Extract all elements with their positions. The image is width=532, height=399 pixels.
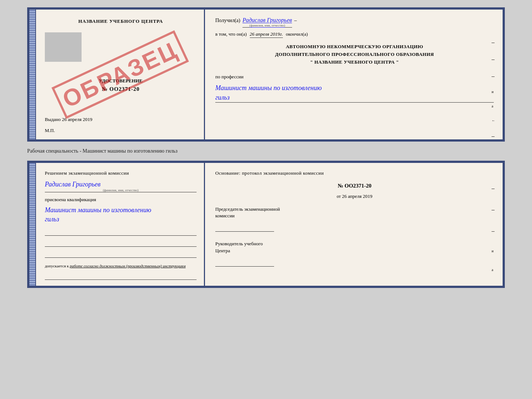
- date-suffix: окончил(а): [286, 31, 308, 37]
- dash6: ←: [492, 118, 495, 122]
- profession-value: Машинист машины по изготовлению гильз: [215, 83, 494, 102]
- top-document: НАЗВАНИЕ УЧЕБНОГО ЦЕНТРА УДОСТОВЕРЕНИЕ №…: [27, 7, 505, 142]
- dash4: и: [492, 90, 495, 94]
- received-line: Получил(а) Радислав Григорьев (фамилия, …: [215, 17, 494, 28]
- chairman-sig-line: [215, 224, 274, 232]
- name-sublabel: (фамилия, имя, отчество): [45, 188, 197, 192]
- dash5: а: [492, 104, 495, 108]
- underline2: [45, 240, 197, 247]
- top-left-title: НАЗВАНИЕ УЧЕБНОГО ЦЕНТРА: [45, 18, 197, 24]
- underline4: [45, 273, 197, 280]
- qualification-value: Машинист машины по изготовлению гильз: [45, 206, 197, 224]
- bottom-doc-left: Решением экзаменационной комиссии Радисл…: [36, 163, 205, 286]
- cert-date-line: Выдано 26 апреля 2019: [45, 117, 197, 122]
- received-prefix: Получил(а): [215, 18, 240, 24]
- protocol-date: от 26 апреля 2019: [215, 193, 494, 199]
- org-block: АВТОНОМНУЮ НЕКОММЕРЧЕСКУЮ ОРГАНИЗАЦИЮ ДО…: [215, 43, 494, 66]
- date-value: 26 апреля 2019г.: [250, 31, 283, 38]
- photo-placeholder: [45, 32, 82, 62]
- dash3: –: [492, 73, 495, 79]
- cert-number: № OO2371-20: [45, 86, 197, 92]
- bottom-document: Решением экзаменационной комиссии Радисл…: [27, 161, 505, 288]
- completion-date-line: в том, что он(а) 26 апреля 2019г. окончи…: [215, 31, 494, 38]
- admit-text: допускается к работе согласно должностны…: [45, 264, 197, 268]
- spine-decoration: [29, 10, 36, 139]
- underline3: [45, 251, 197, 258]
- chairman-label: Председатель экзаменационной комиссии: [215, 206, 494, 219]
- profession-label: по профессии: [215, 74, 494, 80]
- protocol-number: № OO2371-20: [215, 183, 494, 189]
- top-doc-left: НАЗВАНИЕ УЧЕБНОГО ЦЕНТРА УДОСТОВЕРЕНИЕ №…: [36, 10, 205, 139]
- dash6b: ←: [492, 286, 495, 288]
- right-dashes-bottom: – – – и а ← – –: [492, 185, 495, 288]
- between-label: Рабочая специальность - Машинист машины …: [27, 148, 505, 154]
- underline1: [45, 229, 197, 236]
- top-doc-right: Получил(а) Радислав Григорьев (фамилия, …: [205, 10, 503, 139]
- cert-label: УДОСТОВЕРЕНИЕ: [45, 78, 197, 84]
- dash2: –: [492, 56, 495, 63]
- org-line2: ДОПОЛНИТЕЛЬНОГО ПРОФЕССИОНАЛЬНОГО ОБРАЗО…: [215, 51, 494, 58]
- org-line1: АВТОНОМНУЮ НЕКОММЕРЧЕСКУЮ ОРГАНИЗАЦИЮ: [215, 43, 494, 51]
- received-sublabel: (фамилия, имя, отчество): [242, 24, 292, 27]
- underlines: [45, 229, 197, 258]
- right-dashes: – – – и а ← – –: [492, 39, 495, 142]
- date-value: 26 апреля 2019: [62, 117, 93, 122]
- basis-text: Основание: протокол экзаменационной коми…: [215, 170, 494, 176]
- dash4b: и: [492, 249, 495, 253]
- head-sig-line: [215, 259, 274, 267]
- protocol-date-subscript: от: [337, 194, 341, 199]
- date-prefix: в том, что он(а): [215, 31, 247, 37]
- dash5b: а: [492, 268, 495, 272]
- dash-separator: –: [294, 18, 297, 24]
- dash1b: –: [492, 185, 495, 192]
- dash7: –: [492, 133, 495, 139]
- dash3b: –: [492, 228, 495, 234]
- qualification-label: присвоена квалификация: [45, 197, 197, 203]
- mp-line: М.П.: [45, 128, 197, 133]
- received-name: Радислав Григорьев (фамилия, имя, отчест…: [242, 17, 292, 28]
- admit-italic: работе согласно должностным (производств…: [70, 264, 186, 268]
- org-line3: " НАЗВАНИЕ УЧЕБНОГО ЦЕНТРА ": [215, 58, 494, 66]
- spine-decoration-bottom: [29, 163, 36, 286]
- admit-prefix: допускается к: [45, 264, 69, 268]
- date-prefix: Выдано: [45, 117, 61, 122]
- decision-text: Решением экзаменационной комиссии: [45, 170, 197, 176]
- protocol-date-value: 26 апреля 2019: [342, 193, 373, 199]
- dash2b: –: [492, 206, 495, 213]
- head-label: Руководитель учебного Центра: [215, 241, 494, 254]
- bottom-doc-right: Основание: протокол экзаменационной коми…: [205, 163, 503, 286]
- person-name: Радислав Григорьев (фамилия, имя, отчест…: [45, 181, 197, 192]
- dash1: –: [492, 39, 495, 46]
